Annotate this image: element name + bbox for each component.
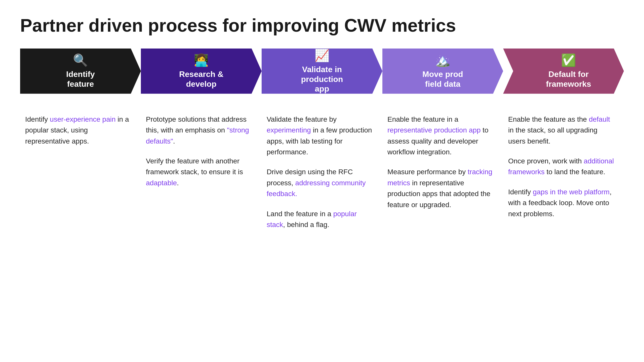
research-content: Prototype solutions that address this, w…	[141, 109, 262, 235]
research-icon: 👩‍💻	[194, 53, 209, 67]
research-label: Research &develop	[179, 69, 223, 89]
validate-icon: 📈	[314, 49, 330, 63]
arrows-row: 🔍 Identifyfeature 👩‍💻 Research &develop …	[20, 49, 624, 94]
research-p2: Verify the feature with another framewor…	[146, 156, 254, 188]
move-label: Move prodfield data	[422, 69, 463, 89]
validate-p2: Drive design using the RFC process, addr…	[267, 166, 375, 199]
move-p1: Enable the feature in a representative p…	[387, 114, 496, 158]
arrow-move: 🏔️ Move prodfield data	[382, 49, 503, 94]
identify-link-ux[interactable]: user-experience pain	[50, 115, 116, 123]
default-p3: Identify gaps in the web platform, with …	[508, 187, 616, 219]
arrow-research: 👩‍💻 Research &develop	[141, 49, 262, 94]
move-content: Enable the feature in a representative p…	[382, 109, 503, 235]
default-icon: ✅	[561, 53, 576, 67]
arrow-validate: 📈 Validate inproductionapp	[262, 49, 382, 94]
research-link-adaptable[interactable]: adaptable	[146, 179, 177, 187]
validate-p3: Land the feature in a popular stack, beh…	[267, 208, 375, 230]
move-link-representative[interactable]: representative production app	[387, 126, 480, 134]
research-p1: Prototype solutions that address this, w…	[146, 114, 254, 147]
validate-content: Validate the feature by experimenting in…	[262, 109, 382, 235]
default-link-default[interactable]: default	[589, 115, 610, 123]
arrow-identify: 🔍 Identifyfeature	[20, 49, 141, 94]
identify-p1: Identify user-experience pain in a popul…	[25, 114, 133, 147]
default-p1: Enable the feature as the default in the…	[508, 114, 616, 147]
default-label: Default forframeworks	[546, 69, 591, 89]
default-p2: Once proven, work with additional framew…	[508, 156, 616, 177]
default-content: Enable the feature as the default in the…	[503, 109, 624, 235]
identify-icon: 🔍	[73, 53, 88, 67]
move-icon: 🏔️	[435, 53, 450, 67]
default-link-gaps[interactable]: gaps in the web platform	[533, 188, 610, 196]
validate-label: Validate inproductionapp	[301, 65, 343, 94]
page-title: Partner driven process for improving CWV…	[20, 15, 624, 36]
validate-p1: Validate the feature by experimenting in…	[267, 114, 375, 158]
move-p2: Measure performance by tracking metrics …	[387, 166, 496, 210]
identify-label: Identifyfeature	[66, 69, 95, 89]
validate-link-experimenting[interactable]: experimenting	[267, 126, 311, 134]
identify-content: Identify user-experience pain in a popul…	[20, 109, 141, 235]
arrow-default: ✅ Default forframeworks	[503, 49, 624, 94]
content-row: Identify user-experience pain in a popul…	[20, 109, 624, 235]
